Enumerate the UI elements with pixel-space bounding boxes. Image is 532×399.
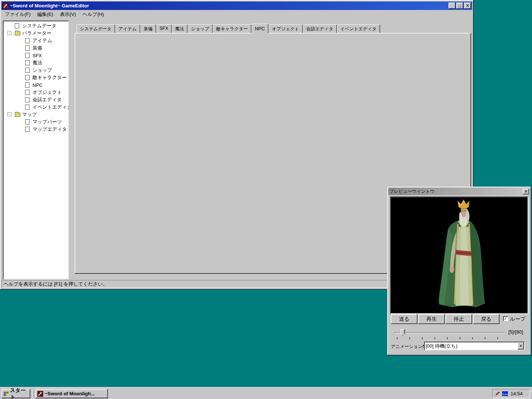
tab-ショップ[interactable]: ショップ xyxy=(188,24,213,33)
tab-NPC[interactable]: NPC xyxy=(252,24,269,34)
close-icon[interactable]: ✕ xyxy=(523,189,529,194)
tree-item-label: アイテム xyxy=(33,37,52,44)
tree-item-NPC[interactable]: NPC xyxy=(3,81,69,89)
tree-item-アイテム[interactable]: アイテム xyxy=(3,37,69,44)
preview-window: プレビューウイントウ ✕ xyxy=(387,187,531,355)
preview-再生-button[interactable]: 再生 xyxy=(418,314,445,324)
file-icon xyxy=(25,38,30,43)
app-icon xyxy=(3,3,8,9)
tree-item-ショップ[interactable]: ショップ xyxy=(3,66,69,74)
tree-item-label: NPC xyxy=(33,82,42,88)
pen-icon[interactable] xyxy=(494,391,500,397)
tick xyxy=(497,337,498,339)
file-icon xyxy=(25,53,30,58)
file-icon xyxy=(25,105,30,110)
tree-item-label: イベントエディタ xyxy=(33,104,69,110)
tree-item-label: パラメーター xyxy=(22,30,51,37)
anim-slider[interactable] xyxy=(394,329,505,337)
tree-item-label: 装備 xyxy=(33,45,42,51)
tick xyxy=(485,337,485,339)
expander-icon[interactable]: - xyxy=(7,31,11,35)
anim-no-combo[interactable]: [00] 待機(立ち) ▼ xyxy=(424,342,525,350)
menu-ヘルプ(H)[interactable]: ヘルプ(H) xyxy=(79,10,108,19)
king-model xyxy=(427,199,501,314)
taskbar-clock: 14:54 xyxy=(511,391,523,396)
menu-ファイル(F)[interactable]: ファイル(F) xyxy=(1,10,34,19)
tab-アイテム[interactable]: アイテム xyxy=(115,24,140,33)
tab-イベントエディタ[interactable]: イベントエディタ xyxy=(337,24,380,33)
tab-SFX[interactable]: SFX xyxy=(156,24,172,33)
tick xyxy=(472,337,473,339)
tab-会話エディタ[interactable]: 会話エディタ xyxy=(303,24,337,33)
tab-システムデータ[interactable]: システムデータ xyxy=(76,24,115,33)
file-icon xyxy=(25,119,30,125)
tick xyxy=(460,337,460,339)
preview-戻る-button[interactable]: 戻る xyxy=(473,314,499,324)
tree-item-パラメーター[interactable]: -パラメーター xyxy=(3,30,69,37)
anim-slider-thumb[interactable] xyxy=(400,329,405,336)
tree-item-敵キャラクター[interactable]: 敵キャラクター xyxy=(3,74,69,81)
loop-checkbox[interactable]: ✓ xyxy=(503,316,508,321)
tree-item-マップパーツ[interactable]: マップパーツ xyxy=(3,118,69,126)
tree-item-label: マップパーツ xyxy=(33,119,62,125)
frame-counter: [5]/[80] xyxy=(508,329,523,335)
tree-item-label: 会話エディタ xyxy=(33,96,62,103)
maximize-button[interactable]: □ xyxy=(456,3,463,9)
file-icon xyxy=(15,23,19,28)
start-button[interactable]: スタート xyxy=(1,389,30,398)
tick xyxy=(434,337,435,339)
task-button[interactable]: ~Sword of Moonligh... xyxy=(35,389,108,398)
tree-item-label: SFX xyxy=(33,53,42,58)
taskbar-divider xyxy=(33,389,34,398)
tree-item-会話エディタ[interactable]: 会話エディタ xyxy=(3,96,69,103)
close-button[interactable]: ✕ xyxy=(464,3,471,9)
menu-表示(V)[interactable]: 表示(V) xyxy=(57,10,79,19)
tab-装備[interactable]: 装備 xyxy=(140,24,156,33)
tab-オブジェクト[interactable]: オブジェクト xyxy=(269,24,303,33)
tree-item-マップ[interactable]: -マップ xyxy=(3,111,69,118)
menu-編集(E)[interactable]: 編集(E) xyxy=(34,10,57,19)
tree-item-イベントエディタ[interactable]: イベントエディタ xyxy=(3,103,69,111)
folder-icon xyxy=(15,31,20,35)
file-icon xyxy=(25,97,30,102)
tree-item-魔法[interactable]: 魔法 xyxy=(3,59,69,66)
3com-icon[interactable]: 3Com xyxy=(502,391,508,396)
preview-送る-button[interactable]: 送る xyxy=(391,314,417,324)
windows-logo-icon xyxy=(3,391,9,396)
taskbar: スタート ~Sword of Moonligh... 3Com 14:54 xyxy=(0,387,532,399)
tree-item-オブジェクト[interactable]: オブジェクト xyxy=(3,89,69,96)
slider-ticks xyxy=(394,337,505,340)
window-title: ~Sword of Moonlight~ GameEditor xyxy=(10,3,448,8)
tree-item-システムデータ[interactable]: システムデータ xyxy=(3,22,69,30)
minimize-button[interactable]: _ xyxy=(449,3,456,9)
tree-item-SFX[interactable]: SFX xyxy=(3,52,69,59)
tick xyxy=(447,337,448,339)
app-icon xyxy=(37,391,43,397)
tree-item-装備[interactable]: 装備 xyxy=(3,44,69,52)
tab-敵キャラクター[interactable]: 敵キャラクター xyxy=(213,24,251,33)
menu-bar: ファイル(F)編集(E)表示(V)ヘルプ(H) xyxy=(1,10,472,18)
expander-icon[interactable]: - xyxy=(7,112,11,116)
preview-停止-button[interactable]: 停止 xyxy=(446,314,472,324)
tick xyxy=(397,337,398,339)
loop-label: ループ xyxy=(510,316,526,323)
tick xyxy=(409,337,410,339)
tree-panel: システムデータ-パラメーターアイテム装備SFX魔法ショップ敵キャラクターNPCオ… xyxy=(3,21,69,279)
tree-item-label: マップエディタ xyxy=(33,126,67,133)
tree-item-label: システムデータ xyxy=(22,23,57,29)
desktop: { "colors": { "desktop":"#007d7d", "titl… xyxy=(0,0,532,399)
tab-魔法[interactable]: 魔法 xyxy=(172,24,188,33)
chevron-down-icon[interactable]: ▼ xyxy=(518,342,524,349)
preview-titlebar: プレビューウイントウ ✕ xyxy=(388,188,530,195)
folder-icon xyxy=(15,113,20,117)
preview-viewport[interactable] xyxy=(390,197,528,314)
tree-item-マップエディタ[interactable]: マップエディタ xyxy=(3,126,69,133)
main-titlebar: ~Sword of Moonlight~ GameEditor _ □ ✕ xyxy=(1,1,472,10)
file-icon xyxy=(25,68,30,73)
status-text: ヘルプを表示するには [F1] を押してください。 xyxy=(4,281,108,287)
preview-window-title: プレビューウイントウ xyxy=(389,188,522,195)
file-icon xyxy=(25,75,30,80)
tree-item-label: 魔法 xyxy=(33,59,42,66)
file-icon xyxy=(25,45,30,51)
anim-no-label: アニメーションNO xyxy=(391,344,429,350)
